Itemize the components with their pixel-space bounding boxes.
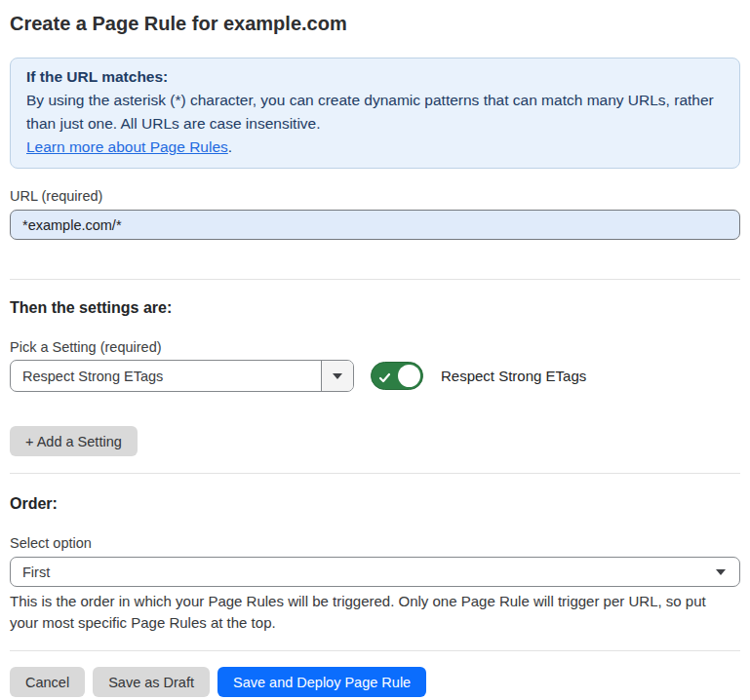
order-section-heading: Order:: [10, 494, 740, 514]
url-input[interactable]: [10, 210, 740, 240]
divider: [10, 650, 740, 651]
info-box-body: By using the asterisk (*) character, you…: [26, 89, 724, 136]
setting-select-arrow-segment[interactable]: [321, 361, 353, 391]
info-box-link-line: Learn more about Page Rules.: [26, 136, 724, 159]
save-as-draft-button[interactable]: Save as Draft: [93, 667, 210, 697]
order-select-label: Select option: [10, 534, 740, 552]
order-help-text: This is the order in which your Page Rul…: [10, 591, 731, 634]
divider: [10, 279, 740, 280]
order-select-value: First: [22, 564, 716, 580]
pick-setting-label: Pick a Setting (required): [10, 338, 740, 356]
save-and-deploy-button[interactable]: Save and Deploy Page Rule: [217, 667, 426, 697]
chevron-down-icon: [716, 569, 726, 575]
order-select[interactable]: First: [10, 557, 740, 587]
toggle-knob: [398, 365, 420, 387]
learn-more-link[interactable]: Learn more about Page Rules: [26, 138, 228, 155]
chevron-down-icon: [333, 373, 342, 379]
add-setting-button[interactable]: + Add a Setting: [10, 426, 138, 456]
divider: [10, 473, 740, 474]
info-box-heading: If the URL matches:: [26, 65, 724, 89]
page-title: Create a Page Rule for example.com: [10, 12, 740, 35]
setting-select[interactable]: Respect Strong ETags: [10, 360, 354, 392]
check-icon: [378, 370, 391, 388]
toggle-label: Respect Strong ETags: [441, 368, 586, 384]
url-match-info-box: If the URL matches: By using the asteris…: [10, 58, 740, 169]
link-suffix: .: [228, 138, 232, 155]
setting-toggle[interactable]: [371, 362, 423, 390]
cancel-button[interactable]: Cancel: [10, 667, 85, 697]
footer-actions: Cancel Save as Draft Save and Deploy Pag…: [10, 667, 740, 697]
setting-select-value: Respect Strong ETags: [11, 361, 321, 391]
settings-section-heading: Then the settings are:: [10, 298, 740, 318]
setting-row: Respect Strong ETags Respect Strong ETag…: [10, 360, 740, 392]
create-page-rule-panel: Create a Page Rule for example.com If th…: [0, 0, 750, 700]
url-field-label: URL (required): [10, 187, 740, 205]
